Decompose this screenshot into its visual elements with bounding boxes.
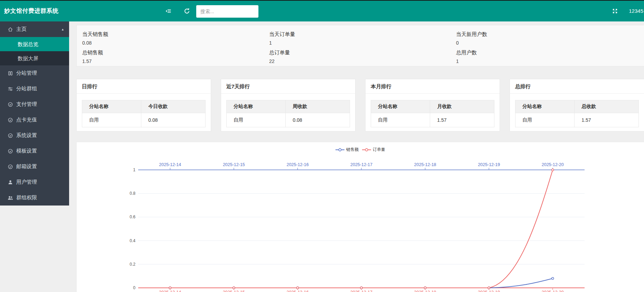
ranking-table-cell: 自用 xyxy=(82,113,141,127)
svg-text:2025-12-19: 2025-12-19 xyxy=(478,290,500,292)
ranking-card-body: 分站名称今日收款自用0.08 xyxy=(77,94,211,127)
svg-text:2025-12-16: 2025-12-16 xyxy=(286,290,309,292)
legend-item[interactable]: 销售额 xyxy=(335,147,359,153)
ranking-table-cell: 0.08 xyxy=(286,113,350,127)
legend-label: 订单量 xyxy=(373,147,385,153)
ranking-table: 分站名称周收款自用0.08 xyxy=(226,100,350,127)
refresh-icon[interactable] xyxy=(184,8,190,14)
table-row: 自用1.57 xyxy=(371,113,494,127)
ranking-table-header: 今日收款 xyxy=(141,100,206,113)
sidebar-item[interactable]: 邮箱设置 xyxy=(0,159,69,174)
sidebar-item-home[interactable]: 主页 ▲ xyxy=(0,21,69,37)
shield-check-icon xyxy=(8,102,13,107)
sidebar-item[interactable]: 点卡充值 xyxy=(0,112,69,128)
sidebar-item-label: 支付管理 xyxy=(16,101,37,108)
shield-check-icon xyxy=(8,133,13,138)
sidebar-item[interactable]: 群组权限 xyxy=(0,190,69,206)
sidebar-item-label: 主页 xyxy=(16,26,27,33)
sidebar-subitem[interactable]: 数据大屏 xyxy=(0,51,69,65)
ranking-table-header: 总收款 xyxy=(575,100,639,113)
ranking-table-header: 周收款 xyxy=(286,100,350,113)
collapse-menu-icon[interactable] xyxy=(165,8,171,14)
top-bar: 妙文馆付费进群系统 12345 xyxy=(0,0,644,21)
sidebar-item[interactable]: 分站群组 xyxy=(0,81,69,97)
user-menu[interactable]: 12345 xyxy=(629,1,643,21)
ranking-table-header: 分站名称 xyxy=(371,100,430,113)
ranking-card: 日排行分站名称今日收款自用0.08 xyxy=(76,79,211,131)
sidebar-item-label: 模板设置 xyxy=(16,148,37,154)
ranking-card: 本月排行分站名称月收款自用1.57 xyxy=(365,79,500,131)
svg-text:2025-12-18: 2025-12-18 xyxy=(414,290,436,292)
svg-text:2025-12-16: 2025-12-16 xyxy=(286,162,309,167)
stat-label: 当天新用户数 xyxy=(456,31,637,38)
svg-text:2025-12-14: 2025-12-14 xyxy=(159,162,181,167)
svg-text:0: 0 xyxy=(133,285,135,290)
app-title: 妙文馆付费进群系统 xyxy=(4,1,59,21)
table-row: 自用1.57 xyxy=(515,113,639,127)
svg-text:2025-12-15: 2025-12-15 xyxy=(223,162,245,167)
home-icon xyxy=(8,27,13,32)
svg-text:2025-12-20: 2025-12-20 xyxy=(542,162,564,167)
ranking-card-body: 分站名称总收款自用1.57 xyxy=(510,94,644,127)
ranking-table: 分站名称今日收款自用0.08 xyxy=(82,100,206,127)
stat-value: 0 xyxy=(456,40,637,46)
svg-text:2025-12-14: 2025-12-14 xyxy=(159,290,181,292)
legend-marker-icon xyxy=(362,148,371,152)
legend-label: 销售额 xyxy=(346,147,359,153)
search-input[interactable] xyxy=(196,5,258,18)
sidebar-item[interactable]: 系统设置 xyxy=(0,128,69,143)
svg-text:2025-12-17: 2025-12-17 xyxy=(350,290,372,292)
legend-item[interactable]: 订单量 xyxy=(362,147,385,153)
ranking-row: 日排行分站名称今日收款自用0.08近7天排行分站名称周收款自用0.08本月排行分… xyxy=(76,79,644,131)
sidebar-item-label: 分站管理 xyxy=(16,70,37,76)
stat-value: 1 xyxy=(269,40,451,46)
stats-panel: 当天销售额0.08总销售额1.57当天订单量1总订单量22当天新用户数0总用户数… xyxy=(76,25,644,66)
ranking-card-title: 本月排行 xyxy=(366,79,500,94)
ranking-table-cell: 1.57 xyxy=(430,113,494,127)
svg-text:0.8: 0.8 xyxy=(130,191,135,196)
sidebar-item[interactable]: 用户管理 xyxy=(0,174,69,190)
dashboard-page: { "header": { "title": "妙文馆付费进群系统", "sea… xyxy=(0,0,644,292)
sidebar-item[interactable]: 模板设置 xyxy=(0,143,69,159)
shield-check-icon xyxy=(8,117,13,123)
ranking-card-title: 日排行 xyxy=(77,79,211,94)
ranking-card: 近7天排行分站名称周收款自用0.08 xyxy=(221,79,356,131)
sidebar-item[interactable]: 支付管理 xyxy=(0,97,69,112)
table-row: 自用0.08 xyxy=(82,113,206,127)
users-icon xyxy=(8,195,13,201)
stat-label: 总用户数 xyxy=(456,49,637,56)
sidebar-item-label: 系统设置 xyxy=(16,132,37,139)
sidebar-item-label: 用户管理 xyxy=(16,179,37,185)
ranking-table-cell: 0.08 xyxy=(141,113,206,127)
ranking-table: 分站名称月收款自用1.57 xyxy=(371,100,494,127)
sidebar-menu: 主页 ▲ 数据总览数据大屏 分站管理分站群组支付管理点卡充值系统设置模板设置邮箱… xyxy=(0,21,69,206)
main-content: 当天销售额0.08总销售额1.57当天订单量1总订单量22当天新用户数0总用户数… xyxy=(69,21,644,292)
ranking-table-header: 分站名称 xyxy=(227,100,286,113)
ranking-table-cell: 1.57 xyxy=(575,113,639,127)
sidebar-submenu: 数据总览数据大屏 xyxy=(0,37,69,65)
stat-value: 1 xyxy=(456,58,637,64)
svg-text:0.6: 0.6 xyxy=(130,215,135,219)
columns-icon xyxy=(8,71,13,76)
sidebar-subitem[interactable]: 数据总览 xyxy=(0,37,69,51)
fullscreen-icon[interactable] xyxy=(612,8,618,14)
svg-text:2025-12-17: 2025-12-17 xyxy=(350,162,372,167)
sidebar-item-label: 群组权限 xyxy=(16,194,37,201)
stats-column: 当天新用户数0总用户数1 xyxy=(451,30,637,66)
stat-label: 当天销售额 xyxy=(82,31,264,38)
sidebar-item-label: 分站群组 xyxy=(16,85,37,92)
sidebar-item-label: 点卡充值 xyxy=(16,117,37,123)
chevron-up-icon: ▲ xyxy=(61,28,64,31)
svg-text:2025-12-15: 2025-12-15 xyxy=(223,290,245,292)
stats-column: 当天销售额0.08总销售额1.57 xyxy=(77,30,264,66)
ranking-table-header: 月收款 xyxy=(430,100,494,113)
sidebar-item-label: 邮箱设置 xyxy=(16,163,37,170)
ranking-card-title: 总排行 xyxy=(510,79,644,94)
stat-value: 22 xyxy=(269,58,451,64)
svg-text:1: 1 xyxy=(133,167,135,172)
stat-value: 1.57 xyxy=(82,58,264,64)
stat-value: 0.08 xyxy=(82,40,264,46)
shield-check-icon xyxy=(8,148,13,154)
sidebar-item[interactable]: 分站管理 xyxy=(0,65,69,81)
svg-text:2025-12-18: 2025-12-18 xyxy=(414,162,436,167)
